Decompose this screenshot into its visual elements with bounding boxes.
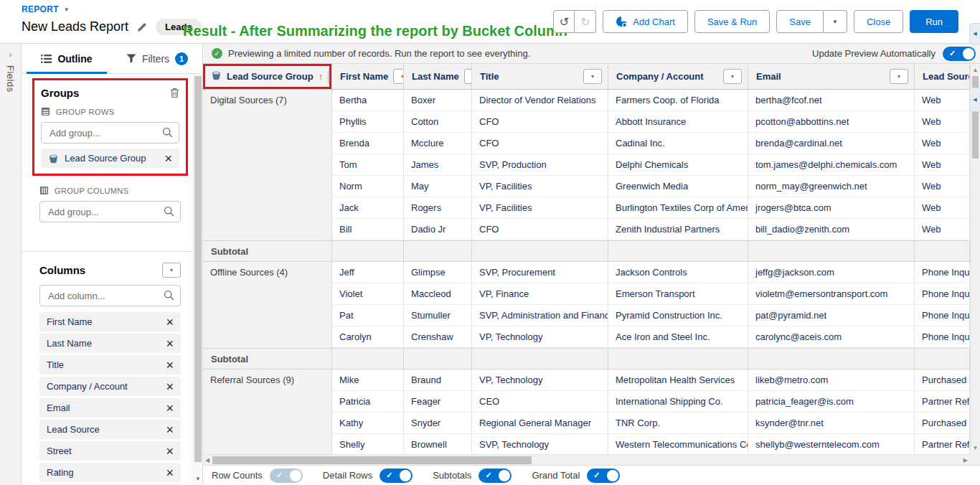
edit-title-icon[interactable]	[137, 22, 147, 32]
column-header-first-name[interactable]: First Name▼	[332, 64, 404, 89]
table-row[interactable]: CarolynCrenshawVP, TechnologyAce Iron an…	[332, 326, 970, 348]
remove-group-icon[interactable]: ×	[164, 152, 172, 165]
subtotal-row: Subtotal	[203, 348, 970, 369]
column-pill-label: First Name	[47, 316, 93, 327]
horizontal-scrollbar[interactable]: ◀ ▶	[203, 454, 970, 465]
column-header-email[interactable]: Email▼	[748, 64, 915, 89]
remove-column-icon[interactable]: ×	[166, 380, 174, 393]
table-cell: likeb@metro.com	[748, 369, 915, 390]
column-header-title[interactable]: Title▼	[472, 64, 608, 89]
column-menu-button[interactable]: ▼	[464, 69, 472, 84]
tab-outline-label: Outline	[57, 53, 92, 65]
sidebar-scrollbar-thumb[interactable]	[194, 76, 202, 462]
table-row[interactable]: BrendaMcclureCFOCadinal Inc.brenda@cardi…	[332, 133, 970, 154]
column-pill-title[interactable]: Title×	[39, 355, 181, 375]
group-name-cell[interactable]: Referral Sources (9)	[203, 369, 332, 455]
detail-rows-toggle[interactable]: ✓	[380, 468, 413, 483]
preview-message: Previewing a limited number of records. …	[228, 48, 530, 59]
sidebar-scrollbar[interactable]: ▼	[193, 74, 202, 485]
table-row[interactable]: NormMayVP, FacilitiesGreenwich Medianorm…	[332, 176, 970, 197]
save-and-run-button[interactable]: Save & Run	[694, 10, 770, 33]
add-column-input[interactable]	[39, 285, 181, 306]
toggle-group-subtotals: Subtotals✓	[433, 468, 512, 483]
undo-button[interactable]: ↺	[553, 10, 575, 33]
column-menu-button[interactable]: ▼	[393, 69, 404, 84]
table-cell: Jack	[332, 197, 404, 218]
scroll-down-arrow-icon[interactable]: ▼	[194, 476, 202, 482]
expand-fields-chevron-icon[interactable]: ›	[9, 50, 12, 59]
table-row[interactable]: PatStumullerSVP, Administration and Fina…	[332, 305, 970, 326]
run-button[interactable]: Run	[910, 10, 958, 33]
table-row[interactable]: JeffGlimpseSVP, ProcurementJackson Contr…	[332, 262, 970, 283]
remove-column-icon[interactable]: ×	[166, 423, 174, 436]
tab-filters[interactable]: Filters 1	[112, 44, 202, 73]
table-row[interactable]: PhyllisCottonCFOAbbott Insurancepcotton@…	[332, 111, 970, 133]
remove-column-icon[interactable]: ×	[166, 337, 174, 350]
table-row[interactable]: JackRogersVP, FacilitiesBurlington Texti…	[332, 197, 970, 219]
group-name-cell[interactable]: Digital Sources (7)	[203, 90, 332, 240]
remove-column-icon[interactable]: ×	[166, 359, 174, 372]
scroll-down-arrow-icon[interactable]: ▼	[971, 445, 980, 451]
table-cell: Web	[915, 197, 970, 218]
table-cell: Snyder	[404, 413, 472, 433]
table-row[interactable]: BerthaBoxerDirector of Vendor RelationsF…	[332, 90, 970, 111]
scroll-up-arrow-icon[interactable]: ▲	[971, 67, 980, 73]
column-header-lead-source-group[interactable]: Lead Source Group↑▼	[203, 64, 332, 89]
table-cell: Phone Inquiry	[915, 305, 970, 326]
row-group-pill[interactable]: Lead Source Group ×	[41, 149, 179, 168]
close-button[interactable]: Close	[854, 10, 903, 33]
table-row[interactable]: ShellyBrownellSVP, TechnologyWestern Tel…	[332, 434, 970, 455]
groups-section-annotated: Groups GROUP ROWS	[32, 78, 188, 176]
column-header-last-name[interactable]: Last Name▼	[404, 64, 472, 89]
expand-panel-chevron-icon[interactable]: ◀	[969, 88, 980, 112]
table-row[interactable]: KathySnyderRegional General ManagerTNR C…	[332, 413, 970, 434]
grand-total-toggle[interactable]: ✓	[587, 468, 620, 483]
table-cell: SVP, Technology	[472, 434, 608, 455]
columns-menu-button[interactable]: ▼	[162, 263, 181, 278]
table-cell: Pat	[332, 305, 404, 326]
remove-column-icon[interactable]: ×	[166, 316, 174, 329]
subtotals-toggle[interactable]: ✓	[479, 468, 512, 483]
column-header-company-account[interactable]: Company / Account▼	[608, 64, 748, 89]
table-row[interactable]: VioletMaccleodVP, FinanceEmerson Transpo…	[332, 283, 970, 305]
auto-update-toggle[interactable]: ✓	[943, 47, 976, 61]
row-group-pill-label: Lead Source Group	[65, 153, 146, 164]
column-menu-button[interactable]: ▼	[583, 69, 602, 84]
add-chart-button[interactable]: Add Chart	[603, 10, 688, 33]
scroll-right-arrow-icon[interactable]: ▶	[963, 457, 968, 463]
table-row[interactable]: BillDadio JrCFOZenith Industrial Partner…	[332, 219, 970, 240]
table-row[interactable]: TomJamesSVP, ProductionDelphi Chemicalst…	[332, 154, 970, 176]
report-type-menu[interactable]: REPORT ▼	[22, 4, 70, 14]
table-row[interactable]: MikeBraundVP, TechnologyMetropolitan Hea…	[332, 369, 970, 391]
column-pill-last-name[interactable]: Last Name×	[39, 334, 181, 353]
fields-panel-collapsed[interactable]: › Fields	[0, 43, 22, 485]
column-menu-button[interactable]: ▼	[890, 69, 908, 84]
vertical-scrollbar[interactable]: ▲ ▼	[970, 64, 980, 454]
save-dropdown-button[interactable]: ▼	[824, 10, 847, 33]
column-header-lead-source[interactable]: Lead Source	[915, 64, 970, 89]
column-menu-button[interactable]: ▼	[723, 69, 742, 84]
column-pill-email[interactable]: Email×	[39, 398, 181, 418]
delete-groups-trash-icon[interactable]	[170, 88, 179, 98]
add-row-group-input[interactable]	[41, 122, 179, 143]
save-button[interactable]: Save	[776, 10, 824, 33]
redo-button[interactable]: ↻	[575, 10, 596, 33]
columns-title: Columns	[39, 264, 85, 276]
tab-outline[interactable]: Outline	[22, 44, 112, 73]
column-pill-first-name[interactable]: First Name×	[39, 312, 181, 331]
column-pill-company-account[interactable]: Company / Account×	[39, 377, 181, 396]
remove-column-icon[interactable]: ×	[166, 402, 174, 415]
group-columns-label: GROUP COLUMNS	[55, 187, 128, 195]
column-pill-rating[interactable]: Rating×	[39, 463, 181, 482]
scroll-left-arrow-icon[interactable]: ◀	[205, 457, 209, 463]
column-pill-street[interactable]: Street×	[39, 441, 181, 461]
column-pill-lead-source[interactable]: Lead Source×	[39, 420, 181, 439]
table-row[interactable]: PatriciaFeagerCEOInternational Shipping …	[332, 391, 970, 413]
horizontal-scrollbar-thumb[interactable]	[212, 456, 532, 464]
toggle-knob	[607, 470, 618, 481]
remove-column-icon[interactable]: ×	[166, 445, 174, 458]
expand-panel-chevron-icon[interactable]: ◀	[969, 23, 980, 44]
remove-column-icon[interactable]: ×	[166, 466, 174, 479]
add-column-group-input[interactable]	[39, 201, 181, 222]
group-name-cell[interactable]: Offline Sources (4)	[203, 262, 332, 348]
